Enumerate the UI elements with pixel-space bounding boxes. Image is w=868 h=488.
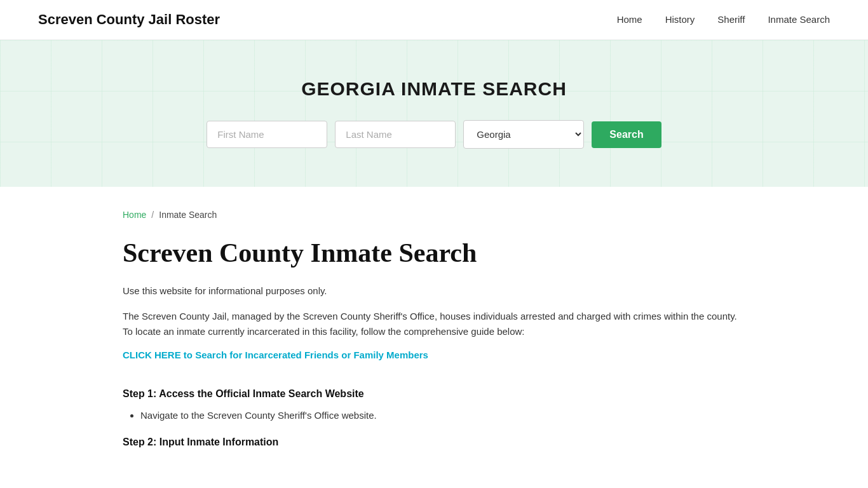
nav-item-sheriff[interactable]: Sheriff	[717, 14, 745, 25]
breadcrumb-current: Inmate Search	[159, 210, 217, 220]
page-title: Screven County Inmate Search	[123, 238, 745, 268]
intro-paragraph-2: The Screven County Jail, managed by the …	[123, 309, 745, 339]
nav-item-inmate-search[interactable]: Inmate Search	[768, 14, 830, 25]
step1-heading: Step 1: Access the Official Inmate Searc…	[123, 388, 745, 400]
breadcrumb-separator: /	[151, 210, 154, 220]
nav-link-inmate-search[interactable]: Inmate Search	[768, 14, 830, 25]
hero-banner: GEORGIA INMATE SEARCH Georgia Alabama Fl…	[0, 40, 868, 187]
nav-item-home[interactable]: Home	[617, 14, 642, 25]
state-select[interactable]: Georgia Alabama Florida South Carolina T…	[463, 120, 584, 149]
hero-title: GEORGIA INMATE SEARCH	[13, 78, 855, 100]
site-logo[interactable]: Screven County Jail Roster	[38, 11, 220, 28]
nav-link-home[interactable]: Home	[617, 14, 642, 25]
nav-menu: Home History Sheriff Inmate Search	[617, 14, 830, 25]
step2-heading: Step 2: Input Inmate Information	[123, 437, 745, 448]
site-header: Screven County Jail Roster Home History …	[0, 0, 868, 40]
first-name-input[interactable]	[207, 121, 327, 148]
search-button[interactable]: Search	[592, 121, 661, 148]
click-here-link[interactable]: CLICK HERE to Search for Incarcerated Fr…	[123, 349, 428, 360]
last-name-input[interactable]	[335, 121, 456, 148]
breadcrumb-home[interactable]: Home	[123, 210, 146, 220]
intro-paragraph-1: Use this website for informational purpo…	[123, 283, 745, 299]
search-form: Georgia Alabama Florida South Carolina T…	[13, 120, 855, 149]
step1-list: Navigate to the Screven County Sheriff's…	[123, 407, 745, 424]
breadcrumb: Home / Inmate Search	[123, 210, 745, 220]
main-content: Home / Inmate Search Screven County Inma…	[85, 187, 783, 488]
step1-bullet-1: Navigate to the Screven County Sheriff's…	[140, 407, 745, 424]
nav-link-history[interactable]: History	[665, 14, 695, 25]
nav-link-sheriff[interactable]: Sheriff	[717, 14, 745, 25]
nav-item-history[interactable]: History	[665, 14, 695, 25]
main-nav: Home History Sheriff Inmate Search	[617, 14, 830, 25]
